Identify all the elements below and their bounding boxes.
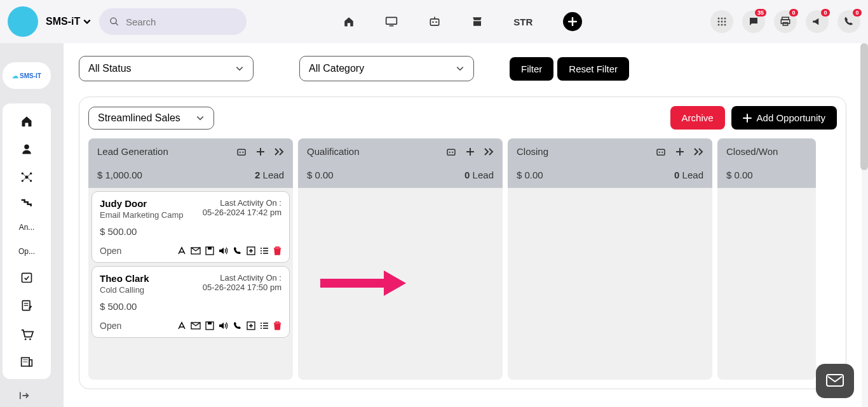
brand-label: SMS-iT	[46, 16, 80, 27]
search-box[interactable]	[99, 8, 247, 35]
card-status: Open	[100, 321, 121, 331]
svg-rect-66	[447, 149, 455, 155]
column-amount: $ 0.00	[726, 170, 753, 180]
sidebar-item-opportunities[interactable]: Op...	[18, 247, 35, 256]
robot-icon[interactable]	[655, 147, 667, 157]
svg-point-0	[111, 18, 116, 23]
help-button[interactable]	[816, 364, 854, 398]
sound-icon[interactable]	[219, 321, 229, 330]
sidebar-item-calendar[interactable]	[20, 271, 33, 284]
svg-point-50	[261, 253, 262, 254]
svg-point-12	[721, 21, 723, 23]
robot-icon[interactable]	[445, 147, 457, 157]
plus-icon	[743, 114, 752, 123]
print-badge: 0	[789, 9, 798, 17]
sidebar-item-news[interactable]	[20, 356, 33, 368]
print-icon[interactable]: 0	[774, 10, 797, 33]
svg-point-13	[724, 21, 726, 23]
add-square-icon[interactable]	[247, 321, 255, 330]
category-select[interactable]: All Category	[299, 56, 474, 81]
font-icon[interactable]	[177, 246, 186, 255]
font-icon[interactable]	[177, 321, 186, 330]
expand-icon[interactable]	[274, 147, 284, 156]
chevron-down-icon	[83, 17, 92, 26]
svg-rect-54	[275, 249, 280, 255]
board-container: Streamlined Sales Archive Add Opportunit…	[79, 97, 846, 389]
announce-badge: 0	[821, 9, 830, 17]
svg-rect-65	[275, 324, 280, 330]
apps-icon[interactable]	[710, 10, 733, 33]
robot-icon[interactable]	[428, 16, 441, 27]
filter-row: All Status All Category Filter Reset Fil…	[79, 56, 846, 81]
column-title: Closing	[517, 146, 548, 157]
svg-line-28	[22, 177, 27, 181]
str-link[interactable]: STR	[513, 17, 532, 27]
add-opportunity-button[interactable]: Add Opportunity	[731, 106, 837, 130]
sidebar-item-analytics[interactable]: An...	[19, 223, 35, 232]
avatar[interactable]	[8, 6, 38, 37]
opportunity-card[interactable]: Theo Clark Cold Calling Last Activity On…	[92, 266, 290, 338]
column-header: Qualification	[298, 138, 503, 164]
expand-icon[interactable]	[693, 147, 703, 156]
card-amount: $ 500.00	[100, 301, 281, 312]
svg-point-11	[718, 21, 720, 23]
brand-menu[interactable]: SMS-iT	[46, 16, 92, 27]
sidebar-item-home[interactable]	[20, 115, 33, 128]
add-button[interactable]	[563, 12, 582, 31]
card-activity-label: Last Activity On :	[203, 273, 281, 283]
svg-point-48	[261, 248, 262, 249]
phone-icon[interactable]: 0	[837, 10, 860, 33]
monitor-icon[interactable]	[385, 16, 398, 27]
reset-filter-button[interactable]: Reset Filter	[557, 57, 629, 81]
svg-point-16	[724, 24, 726, 26]
sidebar-item-cart[interactable]	[20, 328, 34, 341]
scrollbar[interactable]	[860, 43, 868, 170]
card-activity-date: 05-26-2024 17:42 pm	[203, 208, 281, 217]
svg-point-43	[242, 151, 243, 152]
sidebar-item-notes[interactable]	[20, 299, 33, 313]
announce-icon[interactable]: 0	[806, 10, 829, 33]
pipeline-select[interactable]: Streamlined Sales	[88, 107, 214, 130]
svg-rect-2	[386, 17, 397, 24]
save-icon[interactable]	[205, 321, 214, 330]
sidebar-logo[interactable]: ☁SMS-IT	[3, 62, 51, 89]
sidebar-collapse-icon[interactable]	[19, 390, 31, 401]
card-name: Judy Door	[100, 198, 184, 209]
plus-icon[interactable]	[466, 147, 475, 156]
search-input[interactable]	[126, 17, 236, 27]
list-icon[interactable]	[260, 322, 269, 330]
plus-icon[interactable]	[675, 147, 684, 156]
archive-button[interactable]: Archive	[670, 106, 725, 130]
filter-button[interactable]: Filter	[510, 57, 553, 81]
svg-point-9	[721, 18, 723, 20]
mail-icon[interactable]	[191, 247, 201, 255]
chat-icon[interactable]: 35	[742, 10, 765, 33]
sidebar-item-user[interactable]	[21, 143, 32, 156]
card-subtitle: Cold Calling	[100, 285, 149, 295]
column-amount: $ 0.00	[517, 170, 543, 180]
svg-point-61	[261, 328, 262, 329]
add-square-icon[interactable]	[247, 246, 255, 255]
status-select[interactable]: All Status	[79, 56, 254, 81]
svg-point-35	[29, 338, 31, 340]
mail-icon[interactable]	[191, 322, 201, 330]
save-icon[interactable]	[205, 246, 214, 255]
trash-icon[interactable]	[273, 246, 281, 255]
home-icon[interactable]	[343, 16, 355, 27]
column-amount: $ 0.00	[307, 170, 334, 180]
opportunity-card[interactable]: Judy Door Email Marketing Camp Last Acti…	[92, 191, 290, 263]
list-icon[interactable]	[260, 247, 269, 255]
robot-icon[interactable]	[236, 147, 247, 157]
plus-icon[interactable]	[256, 147, 265, 156]
column-lead-count: 0 Lead	[674, 170, 703, 180]
sidebar-item-network[interactable]	[20, 171, 33, 183]
sidebar-item-steps[interactable]	[20, 199, 33, 208]
expand-icon[interactable]	[484, 147, 494, 156]
phone-icon[interactable]	[233, 246, 242, 255]
chat-badge: 35	[755, 9, 766, 17]
store-icon[interactable]	[471, 16, 483, 27]
sound-icon[interactable]	[219, 246, 229, 255]
column-header: Closed/Won	[717, 138, 816, 164]
phone-icon[interactable]	[233, 321, 242, 330]
trash-icon[interactable]	[273, 321, 281, 330]
